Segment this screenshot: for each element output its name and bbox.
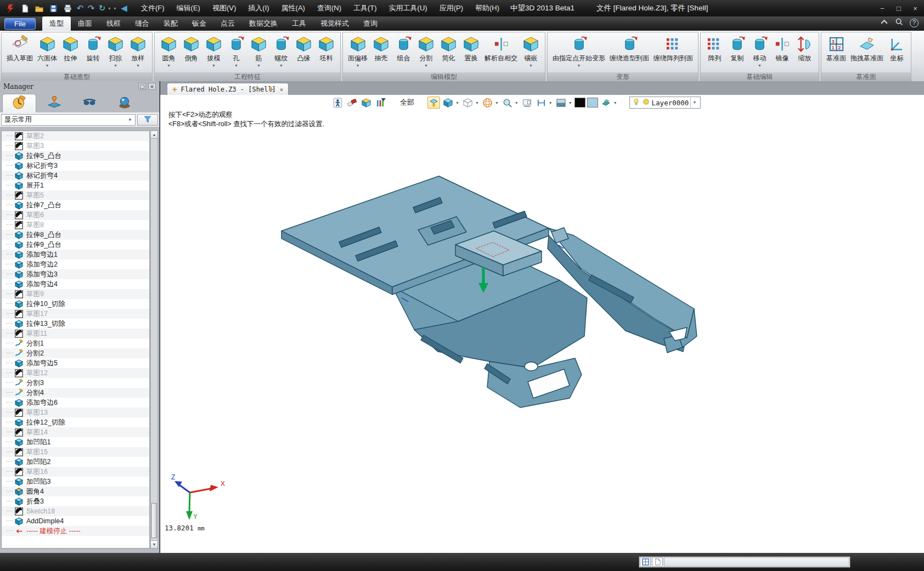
filter-funnel-button[interactable] bbox=[137, 114, 158, 126]
tree-item[interactable]: 拉伸7_凸台 bbox=[2, 200, 149, 210]
scroll-thumb[interactable] bbox=[151, 503, 157, 538]
pick-walk-icon[interactable] bbox=[331, 97, 344, 109]
display-filter-select[interactable]: 显示常用 ▼ bbox=[1, 114, 136, 126]
ribbon-tool-2-2[interactable]: 组合 bbox=[392, 35, 415, 69]
new-file-icon[interactable] bbox=[19, 2, 31, 14]
screen-capture-icon[interactable] bbox=[521, 97, 533, 109]
ribbon-tool-3-1[interactable]: 缠绕造型到面 bbox=[607, 35, 651, 69]
panel-close-icon[interactable]: × bbox=[148, 83, 156, 90]
tree-item[interactable]: 添加弯边4 bbox=[2, 279, 149, 289]
back-icon[interactable]: ◀ bbox=[119, 3, 129, 13]
tree-item[interactable]: 标记折弯3 bbox=[2, 161, 149, 171]
ribbon-tab-4[interactable]: 缝合 bbox=[128, 16, 156, 31]
ribbon-tab-10[interactable]: 视觉样式 bbox=[313, 16, 356, 31]
tree-item[interactable]: 加凹陷3 bbox=[2, 477, 149, 487]
ribbon-tool-1-5[interactable]: 螺纹▼ bbox=[270, 35, 292, 69]
layer-select[interactable]: Layer0000▼ bbox=[629, 97, 701, 109]
help-icon[interactable]: ? bbox=[910, 19, 919, 27]
erase-face-icon[interactable] bbox=[600, 97, 612, 109]
3d-model[interactable] bbox=[274, 171, 708, 417]
ribbon-tool-4-3[interactable]: 镜像 bbox=[771, 35, 793, 69]
ribbon-tool-1-0[interactable]: 圆角▼ bbox=[157, 35, 180, 69]
chevron-down-icon[interactable]: ▼ bbox=[455, 101, 459, 105]
chevron-down-icon[interactable]: ▼ bbox=[424, 64, 428, 69]
tree-item[interactable]: 分割4 bbox=[2, 388, 149, 398]
shaded-mode-icon[interactable] bbox=[442, 97, 454, 109]
tree-item[interactable]: 拉伸8_凸台 bbox=[2, 230, 149, 240]
ribbon-tool-1-3[interactable]: 孔▼ bbox=[225, 35, 247, 69]
redo-icon[interactable]: ↷ bbox=[86, 3, 97, 13]
chevron-down-icon[interactable]: ▼ bbox=[114, 64, 117, 69]
menu-item-5[interactable]: 查询(N) bbox=[311, 0, 347, 16]
ribbon-tool-2-6[interactable]: 解析自相交 bbox=[482, 35, 520, 69]
save-file-icon[interactable] bbox=[47, 2, 59, 14]
tab-close-icon[interactable]: × bbox=[280, 86, 284, 93]
ribbon-tool-2-3[interactable]: 分割▼ bbox=[415, 35, 437, 69]
ribbon-tool-3-2[interactable]: 缠绕阵列到面 bbox=[651, 35, 695, 69]
maximize-button[interactable]: □ bbox=[894, 4, 903, 13]
tree-item[interactable]: 草图13 bbox=[2, 408, 149, 417]
tree-item[interactable]: AddDimple4 bbox=[2, 516, 149, 526]
tree-item[interactable]: ----- 建模停止 ----- bbox=[2, 526, 149, 536]
tree-item[interactable]: 拉伸5_凸台 bbox=[2, 151, 149, 161]
tree-item[interactable]: 圆角4 bbox=[2, 487, 149, 496]
filter-all-label[interactable]: 全部 bbox=[400, 98, 414, 108]
chevron-down-icon[interactable]: ▼ bbox=[46, 64, 49, 69]
tree-item[interactable]: 分割3 bbox=[2, 378, 149, 388]
ribbon-tab-5[interactable]: 装配 bbox=[156, 16, 185, 31]
tree-item[interactable]: 添加弯边6 bbox=[2, 398, 149, 408]
ribbon-tool-3-0[interactable]: 由指定点开始变形▼ bbox=[550, 35, 607, 69]
status-page-icon[interactable] bbox=[652, 557, 663, 567]
quickbar-caret-icon[interactable]: ▼ bbox=[113, 7, 119, 10]
menu-item-0[interactable]: 文件(F) bbox=[135, 0, 171, 16]
chevron-down-icon[interactable]: ▼ bbox=[279, 64, 283, 69]
tree-item[interactable]: 草图3 bbox=[2, 141, 149, 151]
tree-item[interactable]: 添加弯边5 bbox=[2, 358, 149, 368]
history-tab[interactable] bbox=[2, 94, 36, 112]
ribbon-tool-5-0[interactable]: 312基准面 bbox=[824, 35, 848, 69]
tree-item[interactable]: 分割1 bbox=[2, 338, 149, 348]
tree-item[interactable]: 分割2 bbox=[2, 348, 149, 358]
ribbon-tool-4-2[interactable]: 移动▼ bbox=[748, 35, 771, 69]
ribbon-tool-2-5[interactable]: 置换 bbox=[460, 35, 482, 69]
ribbon-tool-0-0[interactable]: 插入草图 bbox=[4, 35, 35, 69]
tree-item[interactable]: 拉伸12_切除 bbox=[2, 417, 149, 427]
black-color-swatch[interactable] bbox=[574, 98, 585, 108]
eraser-icon[interactable] bbox=[346, 97, 358, 109]
chevron-down-icon[interactable]: ▼ bbox=[758, 64, 762, 69]
scroll-down-icon[interactable]: ▼ bbox=[151, 540, 157, 548]
tree-item[interactable]: 草图16 bbox=[2, 467, 149, 477]
tree-item[interactable]: 草图9 bbox=[2, 289, 149, 299]
ribbon-tool-0-2[interactable]: 拉伸 bbox=[59, 35, 82, 69]
background-icon[interactable] bbox=[555, 97, 567, 109]
ribbon-tool-0-5[interactable]: 放样▼ bbox=[127, 35, 149, 69]
filter-chart-icon[interactable] bbox=[374, 97, 387, 109]
chevron-down-icon[interactable]: ▼ bbox=[475, 101, 479, 105]
tree-item[interactable]: 草图12 bbox=[2, 368, 149, 378]
chevron-down-icon[interactable]: ▼ bbox=[515, 101, 519, 105]
close-button[interactable]: × bbox=[911, 4, 920, 13]
tree-item[interactable]: 折叠3 bbox=[2, 496, 149, 506]
ribbon-tab-11[interactable]: 查询 bbox=[356, 16, 385, 31]
chevron-down-icon[interactable]: ▼ bbox=[613, 101, 617, 105]
tree-item[interactable]: 加凹陷2 bbox=[2, 457, 149, 467]
ribbon-tool-1-6[interactable]: 凸缘 bbox=[292, 35, 315, 69]
status-grid-icon[interactable] bbox=[640, 557, 651, 567]
chevron-down-icon[interactable]: ▼ bbox=[690, 98, 698, 108]
assembly-tab[interactable] bbox=[37, 94, 71, 112]
visualize-tab[interactable] bbox=[72, 94, 106, 112]
ribbon-tool-5-1[interactable]: 拖拽基准面 bbox=[848, 35, 886, 69]
chevron-down-icon[interactable]: ▼ bbox=[136, 64, 140, 69]
menu-item-2[interactable]: 视图(V) bbox=[206, 0, 242, 16]
measure-icon[interactable] bbox=[535, 97, 548, 109]
undo-icon[interactable]: ↶ bbox=[75, 3, 86, 13]
tree-item[interactable]: 标记折弯4 bbox=[2, 171, 149, 180]
ribbon-tool-1-1[interactable]: 倒角 bbox=[180, 35, 202, 69]
tree-item[interactable]: 添加弯边1 bbox=[2, 250, 149, 259]
menu-item-6[interactable]: 工具(T) bbox=[347, 0, 383, 16]
ribbon-tool-2-0[interactable]: 面偏移▼ bbox=[346, 35, 370, 69]
ribbon-tab-2[interactable]: 曲面 bbox=[71, 16, 99, 31]
tree-item[interactable]: 拉伸13_切除 bbox=[2, 319, 149, 329]
ribbon-tab-8[interactable]: 数据交换 bbox=[242, 16, 285, 31]
ribbon-tab-0[interactable]: File bbox=[4, 18, 36, 30]
